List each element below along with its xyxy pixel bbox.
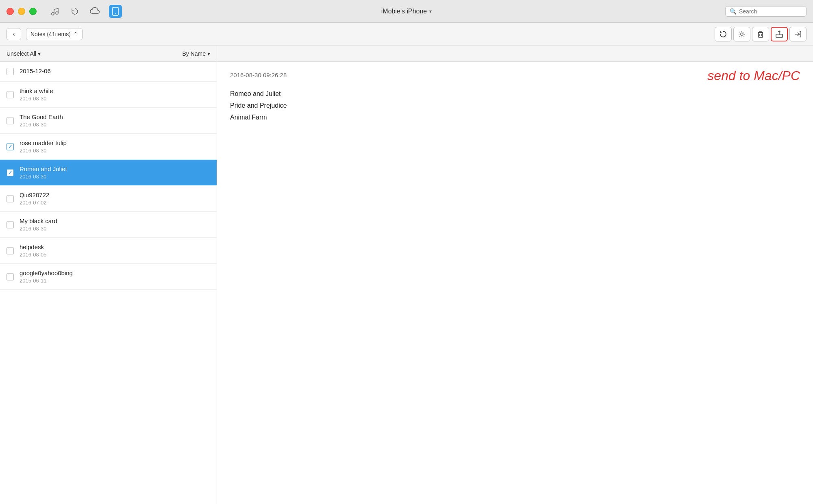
item-date-5: 2016-08-30 (20, 174, 210, 180)
item-date-6: 2016-07-02 (20, 200, 210, 206)
item-content-4: rose madder tulip 2016-08-30 (20, 139, 210, 154)
window-controls (7, 8, 37, 15)
main-area: 2015-12-06 think a while 2016-08-30 The … (0, 62, 813, 504)
by-name-chevron: ▾ (207, 50, 210, 57)
title-bar: iMobie's iPhone ▾ 🔍 (0, 0, 813, 23)
svg-rect-5 (759, 33, 763, 37)
detail-panel: 2016-08-30 09:26:28 Romeo and Juliet Pri… (217, 62, 813, 504)
list-item[interactable]: google0yahoo0bing 2015-06-11 (0, 264, 217, 290)
item-title-1: 2015-12-06 (20, 67, 210, 74)
refresh-icon[interactable] (68, 5, 81, 18)
by-name-button[interactable]: By Name ▾ (182, 50, 210, 57)
list-header-bar: Unselect All ▾ By Name ▾ (0, 46, 813, 62)
item-content-6: Qiu920722 2016-07-02 (20, 191, 210, 206)
svg-point-4 (741, 33, 743, 35)
list-item[interactable]: helpdesk 2016-08-05 (0, 238, 217, 264)
detail-line-2: Pride and Prejudice (230, 100, 800, 112)
export-button[interactable] (771, 27, 788, 41)
item-date-4: 2016-08-30 (20, 148, 210, 154)
item-content-2: think a while 2016-08-30 (20, 87, 210, 102)
item-date-3: 2016-08-30 (20, 122, 210, 128)
send-to-mac-label: send to Mac/PC (707, 68, 800, 83)
list-item[interactable]: 2015-12-06 (0, 62, 217, 82)
refresh-button[interactable] (715, 27, 732, 41)
item-title-3: The Good Earth (20, 113, 210, 120)
item-title-6: Qiu920722 (20, 191, 210, 198)
item-date-9: 2015-06-11 (20, 278, 210, 284)
item-checkbox-1[interactable] (7, 68, 14, 75)
item-title-2: think a while (20, 87, 210, 94)
maximize-button[interactable] (29, 8, 37, 15)
item-title-8: helpdesk (20, 243, 210, 250)
list-item[interactable]: rose madder tulip 2016-08-30 (0, 134, 217, 160)
list-item[interactable]: The Good Earth 2016-08-30 (0, 108, 217, 134)
title-chevron[interactable]: ▾ (429, 9, 432, 14)
list-item[interactable]: My black card 2016-08-30 (0, 212, 217, 238)
minimize-button[interactable] (18, 8, 25, 15)
item-content-5: Romeo and Juliet 2016-08-30 (20, 165, 210, 180)
settings-button[interactable] (733, 27, 750, 41)
search-box[interactable]: 🔍 (725, 6, 806, 17)
item-content-3: The Good Earth 2016-08-30 (20, 113, 210, 128)
music-icon[interactable] (48, 5, 61, 18)
notes-list: 2015-12-06 think a while 2016-08-30 The … (0, 62, 217, 504)
item-checkbox-9[interactable] (7, 273, 14, 280)
svg-point-1 (56, 12, 58, 14)
item-checkbox-3[interactable] (7, 117, 14, 124)
signin-button[interactable] (789, 27, 806, 41)
title-bar-icons (48, 5, 122, 18)
list-header-left: Unselect All ▾ By Name ▾ (0, 46, 217, 61)
item-content-1: 2015-12-06 (20, 67, 210, 76)
item-checkbox-8[interactable] (7, 247, 14, 254)
item-date-7: 2016-08-30 (20, 226, 210, 232)
item-checkbox-6[interactable] (7, 195, 14, 202)
item-date-8: 2016-08-05 (20, 252, 210, 258)
search-input[interactable] (739, 8, 802, 15)
item-checkbox-4[interactable] (7, 143, 14, 150)
list-header-right (217, 46, 813, 61)
back-button[interactable]: ‹ (7, 28, 21, 40)
phone-icon[interactable] (109, 5, 122, 18)
item-title-5: Romeo and Juliet (20, 165, 210, 172)
item-checkbox-7[interactable] (7, 221, 14, 228)
svg-point-0 (52, 13, 54, 15)
item-content-8: helpdesk 2016-08-05 (20, 243, 210, 258)
toolbar: ‹ Notes (41items) ⌃ (0, 23, 813, 46)
detail-line-3: Animal Farm (230, 112, 800, 124)
close-button[interactable] (7, 8, 14, 15)
search-icon: 🔍 (730, 8, 737, 15)
list-item[interactable]: Qiu920722 2016-07-02 (0, 186, 217, 212)
item-content-7: My black card 2016-08-30 (20, 217, 210, 232)
toolbar-right (715, 27, 806, 41)
item-checkbox-5[interactable] (7, 169, 14, 176)
item-title-7: My black card (20, 217, 210, 224)
detail-content: Romeo and Juliet Pride and Prejudice Ani… (230, 88, 800, 123)
cloud-icon[interactable] (89, 5, 102, 18)
list-item-selected[interactable]: Romeo and Juliet 2016-08-30 (0, 160, 217, 186)
notes-dropdown[interactable]: Notes (41items) ⌃ (26, 28, 83, 40)
unselect-chevron: ▾ (38, 50, 41, 57)
window-title: iMobie's iPhone ▾ (381, 8, 432, 15)
list-item[interactable]: think a while 2016-08-30 (0, 82, 217, 108)
unselect-all-button[interactable]: Unselect All ▾ (7, 50, 41, 57)
item-date-2: 2016-08-30 (20, 96, 210, 102)
item-checkbox-2[interactable] (7, 91, 14, 98)
detail-line-1: Romeo and Juliet (230, 88, 800, 100)
trash-button[interactable] (752, 27, 769, 41)
item-content-9: google0yahoo0bing 2015-06-11 (20, 269, 210, 284)
item-title-4: rose madder tulip (20, 139, 210, 146)
item-title-9: google0yahoo0bing (20, 269, 210, 276)
